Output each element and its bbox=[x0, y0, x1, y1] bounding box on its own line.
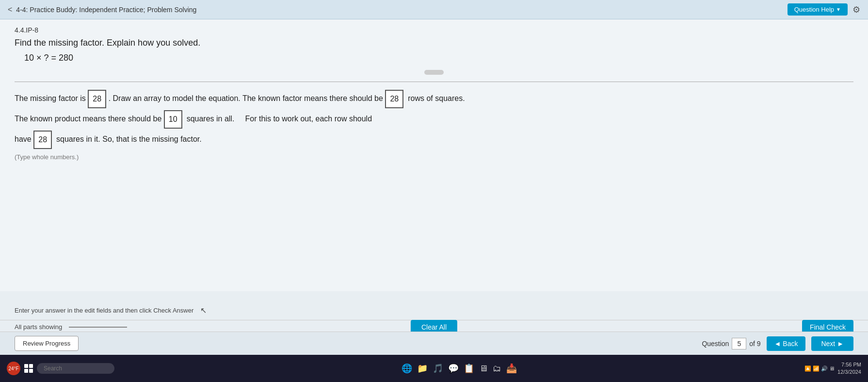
taskbar-icon-3[interactable]: 🎵 bbox=[433, 363, 443, 374]
answer-text-2: . Draw an array to model the equation. T… bbox=[109, 94, 383, 102]
taskbar-icon-8[interactable]: 📥 bbox=[506, 363, 517, 374]
answer-text-7: have bbox=[15, 135, 32, 143]
taskbar-left: 24°F bbox=[7, 362, 114, 375]
navigation-bar: Review Progress Question 5 of 9 ◄ Back N… bbox=[0, 332, 868, 355]
instruction-bar: Enter your answer in the edit fields and… bbox=[0, 302, 868, 319]
equation: 10 × ? = 280 bbox=[15, 53, 853, 63]
answer-line-3: have 28 squares in it. So, that is the m… bbox=[15, 131, 853, 149]
cursor-icon: ↖ bbox=[200, 306, 207, 315]
answer-box-1[interactable]: 28 bbox=[88, 90, 106, 108]
answer-box-2[interactable]: 28 bbox=[385, 90, 403, 108]
answer-line-2: The known product means there should be … bbox=[15, 110, 853, 129]
answer-text-8: squares in it. So, that is the missing f… bbox=[56, 135, 202, 143]
dropdown-arrow-icon: ▼ bbox=[836, 7, 841, 12]
answer-line-1: The missing factor is 28 . Draw an array… bbox=[15, 90, 853, 108]
answer-box-3[interactable]: 10 bbox=[164, 110, 182, 129]
start-button[interactable] bbox=[24, 364, 33, 373]
clock-time: 7:56 PM bbox=[837, 361, 861, 368]
taskbar-icon-2[interactable]: 📁 bbox=[417, 363, 428, 374]
windows-logo-icon bbox=[24, 364, 33, 373]
main-content-area: 4.4.IP-8 Find the missing factor. Explai… bbox=[0, 19, 868, 291]
instruction-text: Enter your answer in the edit fields and… bbox=[15, 307, 193, 314]
parts-bar-left: All parts showing bbox=[15, 323, 127, 331]
settings-gear-button[interactable]: ⚙ bbox=[852, 4, 860, 15]
parts-progress-line bbox=[69, 327, 127, 328]
question-help-button[interactable]: Question Help ▼ bbox=[788, 3, 848, 16]
breadcrumb-area: < 4-4: Practice Buddy: Independent Pract… bbox=[8, 5, 196, 14]
top-bar-right-controls: Question Help ▼ ⚙ bbox=[788, 3, 860, 16]
question-help-label: Question Help bbox=[794, 6, 834, 13]
nav-right-controls: Question 5 of 9 ◄ Back Next ► bbox=[702, 336, 853, 351]
breadcrumb: 4-4: Practice Buddy: Independent Practic… bbox=[16, 6, 196, 14]
taskbar-app-icons: 🌐 📁 🎵 💬 📋 🖥 🗂 📥 bbox=[402, 363, 517, 374]
review-progress-button[interactable]: Review Progress bbox=[15, 336, 79, 351]
question-number: 5 bbox=[732, 338, 746, 349]
system-clock: 7:56 PM 12/3/2024 bbox=[837, 361, 861, 376]
drag-handle bbox=[424, 70, 444, 75]
question-counter: Question 5 of 9 bbox=[702, 338, 760, 349]
back-button[interactable]: ◄ Back bbox=[767, 336, 806, 351]
answer-box-4[interactable]: 28 bbox=[33, 131, 52, 149]
answer-text-1: The missing factor is bbox=[15, 94, 86, 102]
section-divider bbox=[15, 82, 853, 82]
back-chevron-icon[interactable]: < bbox=[8, 5, 12, 14]
answer-text-6: For this to work out, each row should bbox=[245, 115, 372, 123]
question-label: Question bbox=[702, 340, 729, 348]
all-parts-label: All parts showing bbox=[15, 323, 62, 331]
taskbar-icon-5[interactable]: 📋 bbox=[464, 363, 474, 374]
answer-text-3: rows of squares. bbox=[408, 94, 465, 102]
system-tray-icons: 🔼 📶 🔊 🖥 bbox=[804, 365, 835, 372]
weather-widget[interactable]: 24°F bbox=[7, 362, 20, 375]
answer-text-5: squares in all. bbox=[187, 115, 235, 123]
taskbar-icon-7[interactable]: 🗂 bbox=[493, 364, 501, 374]
weather-temp: 24°F bbox=[8, 366, 18, 371]
type-hint: (Type whole numbers.) bbox=[15, 151, 853, 164]
problem-id: 4.4.IP-8 bbox=[15, 26, 853, 34]
top-navigation-bar: < 4-4: Practice Buddy: Independent Pract… bbox=[0, 0, 868, 19]
taskbar-icon-6[interactable]: 🖥 bbox=[479, 364, 488, 374]
taskbar: 24°F 🌐 📁 🎵 💬 📋 🖥 🗂 📥 🔼 📶 🔊 🖥 7:56 PM 12/… bbox=[0, 355, 868, 382]
gear-icon: ⚙ bbox=[852, 5, 860, 15]
taskbar-search-input[interactable] bbox=[37, 363, 114, 374]
taskbar-icon-1[interactable]: 🌐 bbox=[402, 363, 412, 374]
problem-prompt: Find the missing factor. Explain how you… bbox=[15, 38, 853, 48]
taskbar-right-tray: 🔼 📶 🔊 🖥 7:56 PM 12/3/2024 bbox=[804, 361, 861, 376]
clock-date: 12/3/2024 bbox=[837, 368, 861, 376]
answer-text-4: The known product means there should be bbox=[15, 115, 161, 123]
next-button[interactable]: Next ► bbox=[811, 336, 853, 351]
answer-section: The missing factor is 28 . Draw an array… bbox=[15, 90, 853, 164]
taskbar-icon-4[interactable]: 💬 bbox=[448, 363, 459, 374]
of-label: of 9 bbox=[749, 340, 760, 348]
